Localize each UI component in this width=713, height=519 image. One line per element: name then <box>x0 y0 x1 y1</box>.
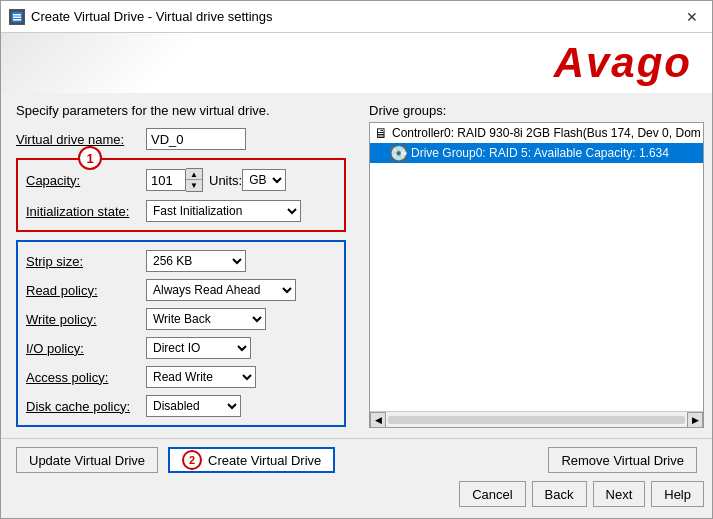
left-panel: Specify parameters for the new virtual d… <box>1 93 361 438</box>
policies-box: Strip size: 8 KB16 KB32 KB64 KB128 KB256… <box>16 240 346 427</box>
units-select[interactable]: MB GB TB <box>242 169 286 191</box>
disk-cache-select[interactable]: UnchangedEnabledDisabled <box>146 395 241 417</box>
capacity-init-box: 1 Capacity: ▲ ▼ Units: MB GB <box>16 158 346 232</box>
scroll-right-arrow[interactable]: ▶ <box>687 412 703 428</box>
write-policy-row: Write policy: Write ThroughWrite BackAlw… <box>26 308 336 330</box>
create-button-label: Create Virtual Drive <box>208 453 321 468</box>
horizontal-scrollbar[interactable]: ◀ ▶ <box>370 411 703 427</box>
access-policy-label: Access policy: <box>26 370 146 385</box>
title-bar: Create Virtual Drive - Virtual drive set… <box>1 1 712 33</box>
remove-virtual-drive-button[interactable]: Remove Virtual Drive <box>548 447 697 473</box>
init-state-select[interactable]: No Initialization Fast Initialization Fu… <box>146 200 301 222</box>
spinner-up[interactable]: ▲ <box>186 169 202 180</box>
capacity-label: Capacity: <box>26 173 146 188</box>
scroll-track[interactable] <box>388 416 685 424</box>
vd-name-label: Virtual drive name: <box>16 132 146 147</box>
bottom-bar: Update Virtual Drive 2 Create Virtual Dr… <box>1 438 712 518</box>
window-icon <box>9 9 25 25</box>
content-area: Specify parameters for the new virtual d… <box>1 93 712 438</box>
tree-item-controller[interactable]: 🖥 Controller0: RAID 930-8i 2GB Flash(Bus… <box>370 123 703 143</box>
read-policy-label: Read policy: <box>26 283 146 298</box>
specify-text: Specify parameters for the new virtual d… <box>16 103 346 118</box>
spinner-down[interactable]: ▼ <box>186 180 202 191</box>
init-state-row: Initialization state: No Initialization … <box>26 200 336 222</box>
strip-size-label: Strip size: <box>26 254 146 269</box>
controller-icon: 🖥 <box>374 125 388 141</box>
tree-scroll: 🖥 Controller0: RAID 930-8i 2GB Flash(Bus… <box>370 123 703 163</box>
strip-size-select[interactable]: 8 KB16 KB32 KB64 KB128 KB256 KB512 KB1 M… <box>146 250 246 272</box>
vd-name-row: Virtual drive name: <box>16 128 346 150</box>
init-state-label: Initialization state: <box>26 204 146 219</box>
write-policy-select[interactable]: Write ThroughWrite BackAlways Write Back <box>146 308 266 330</box>
action-buttons-row: Update Virtual Drive 2 Create Virtual Dr… <box>1 439 712 481</box>
strip-size-row: Strip size: 8 KB16 KB32 KB64 KB128 KB256… <box>26 250 336 272</box>
disk-cache-row: Disk cache policy: UnchangedEnabledDisab… <box>26 395 336 417</box>
drive-group-icon: 💽 <box>390 145 407 161</box>
disk-cache-label: Disk cache policy: <box>26 399 146 414</box>
help-button[interactable]: Help <box>651 481 704 507</box>
capacity-input[interactable] <box>146 169 186 191</box>
next-button[interactable]: Next <box>593 481 646 507</box>
main-window: Create Virtual Drive - Virtual drive set… <box>0 0 713 519</box>
capacity-spinner: ▲ ▼ <box>146 168 203 192</box>
cancel-button[interactable]: Cancel <box>459 481 525 507</box>
svg-rect-3 <box>13 19 21 21</box>
drive-group-label: Drive Group0: RAID 5: Available Capacity… <box>411 146 669 160</box>
back-button[interactable]: Back <box>532 481 587 507</box>
step2-indicator: 2 <box>182 450 202 470</box>
nav-buttons-row: Cancel Back Next Help <box>1 481 712 515</box>
access-policy-select[interactable]: Read WriteRead OnlyBlocked <box>146 366 256 388</box>
io-policy-row: I/O policy: Direct IOCached IO <box>26 337 336 359</box>
scrollbar-container: ◀ ▶ <box>370 411 703 427</box>
create-virtual-drive-button[interactable]: 2 Create Virtual Drive <box>168 447 335 473</box>
access-policy-row: Access policy: Read WriteRead OnlyBlocke… <box>26 366 336 388</box>
svg-rect-1 <box>13 14 21 16</box>
header-area: Avago <box>1 33 712 93</box>
units-label: Units: <box>209 173 242 188</box>
io-policy-select[interactable]: Direct IOCached IO <box>146 337 251 359</box>
capacity-row: Capacity: ▲ ▼ Units: MB GB TB <box>26 168 336 192</box>
update-virtual-drive-button[interactable]: Update Virtual Drive <box>16 447 158 473</box>
io-policy-label: I/O policy: <box>26 341 146 356</box>
controller-label: Controller0: RAID 930-8i 2GB Flash(Bus 1… <box>392 126 701 140</box>
close-button[interactable]: ✕ <box>680 5 704 29</box>
avago-logo: Avago <box>554 39 692 87</box>
spinner-buttons: ▲ ▼ <box>186 168 203 192</box>
scroll-left-arrow[interactable]: ◀ <box>370 412 386 428</box>
tree-item-drive-group[interactable]: 💽 Drive Group0: RAID 5: Available Capaci… <box>370 143 703 163</box>
window-title: Create Virtual Drive - Virtual drive set… <box>31 9 680 24</box>
drive-groups-label: Drive groups: <box>369 103 704 118</box>
step1-indicator: 1 <box>78 146 102 170</box>
svg-rect-2 <box>13 16 21 18</box>
drive-groups-tree: 🖥 Controller0: RAID 930-8i 2GB Flash(Bus… <box>369 122 704 428</box>
right-panel: Drive groups: 🖥 Controller0: RAID 930-8i… <box>361 93 712 438</box>
read-policy-row: Read policy: No Read AheadAlways Read Ah… <box>26 279 336 301</box>
vd-name-input[interactable] <box>146 128 246 150</box>
remove-button-container: Remove Virtual Drive <box>548 447 697 473</box>
read-policy-select[interactable]: No Read AheadAlways Read AheadAdaptive R… <box>146 279 296 301</box>
write-policy-label: Write policy: <box>26 312 146 327</box>
